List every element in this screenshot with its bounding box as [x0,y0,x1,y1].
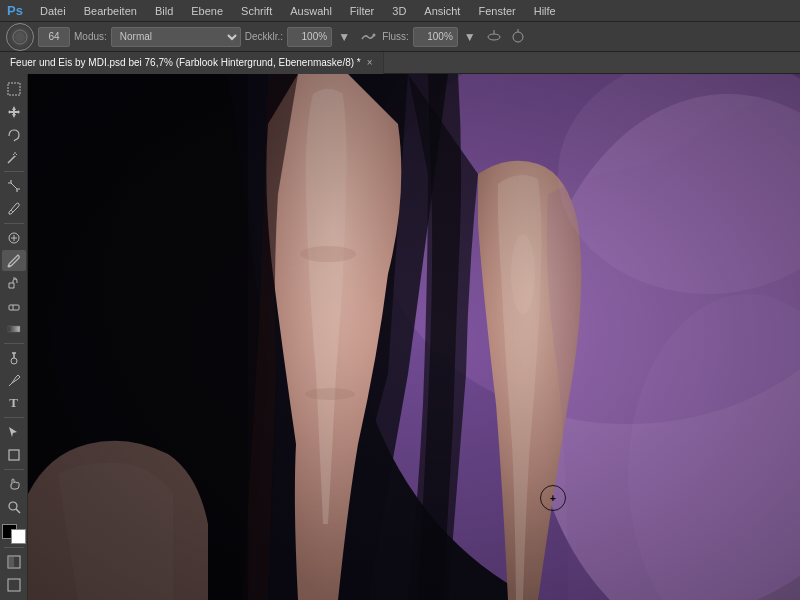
flow-input[interactable] [413,27,458,47]
options-bar: Modus: Normal Deckklr.: ▼ Fluss: ▼ [0,22,800,52]
toolbox: T [0,74,28,600]
tool-dodge[interactable] [2,347,26,369]
tool-hand[interactable] [2,473,26,495]
tool-screen-mode[interactable] [2,574,26,596]
tool-lasso[interactable] [2,124,26,146]
main-area: T [0,74,800,600]
pressure-opacity-icon[interactable] [508,27,528,47]
tool-move[interactable] [2,101,26,123]
menu-ebene[interactable]: Ebene [183,3,231,19]
svg-rect-20 [9,305,19,310]
tool-quick-mask[interactable] [2,551,26,573]
tool-brush[interactable] [2,250,26,272]
tool-spot-heal[interactable] [2,227,26,249]
document-canvas[interactable] [28,74,800,600]
menu-ansicht[interactable]: Ansicht [416,3,468,19]
canvas-area[interactable]: + [28,74,800,600]
svg-rect-22 [8,326,20,332]
svg-point-2 [373,33,376,36]
menu-schrift[interactable]: Schrift [233,3,280,19]
tab-title: Feuer und Eis by MDI.psd bei 76,7% (Farb… [10,57,361,68]
svg-point-23 [11,358,17,364]
tool-crop[interactable] [2,175,26,197]
menu-datei[interactable]: Datei [32,3,74,19]
svg-rect-27 [9,450,19,460]
brush-size-box [38,27,70,47]
modus-select[interactable]: Normal [111,27,241,47]
svg-point-5 [513,32,523,42]
svg-line-29 [16,509,20,513]
tool-divider-5 [4,469,24,470]
svg-rect-32 [8,579,20,591]
tool-text[interactable]: T [2,392,26,414]
color-swatches[interactable] [2,524,26,544]
tool-divider-3 [4,343,24,344]
svg-line-26 [9,384,11,386]
tool-zoom[interactable] [2,496,26,518]
tool-divider-4 [4,417,24,418]
tool-divider-1 [4,171,24,172]
svg-rect-44 [28,74,800,600]
pressure-size-icon[interactable] [484,27,504,47]
tool-shape[interactable] [2,444,26,466]
fluss-label: Fluss: [382,31,409,42]
airbrush-icon[interactable] [358,27,378,47]
svg-point-19 [7,264,10,267]
background-color[interactable] [11,529,26,544]
svg-point-3 [488,34,500,40]
tab-close-button[interactable]: × [367,57,373,68]
svg-rect-31 [8,556,14,568]
brush-preset-picker[interactable] [6,23,34,51]
menubar: Ps Datei Bearbeiten Bild Ebene Schrift A… [0,0,800,22]
svg-line-11 [16,154,17,155]
tool-eraser[interactable] [2,295,26,317]
menu-bild[interactable]: Bild [147,3,181,19]
svg-rect-7 [8,83,20,95]
tool-divider-6 [4,547,24,548]
tool-clone[interactable] [2,272,26,294]
svg-line-9 [8,156,15,163]
menu-filter[interactable]: Filter [342,3,382,19]
tool-eyedropper[interactable] [2,198,26,220]
tool-marquee-rect[interactable] [2,78,26,100]
svg-line-15 [11,210,13,212]
svg-point-28 [9,502,17,510]
deckkr-label: Deckklr.: [245,31,283,42]
tool-gradient[interactable] [2,318,26,340]
tab-bar: Feuer und Eis by MDI.psd bei 76,7% (Farb… [0,52,800,74]
photoshop-logo: Ps [4,2,26,20]
svg-marker-8 [8,106,20,118]
svg-line-14 [11,183,17,189]
document-tab[interactable]: Feuer und Eis by MDI.psd bei 76,7% (Farb… [0,52,384,74]
brush-size-input[interactable] [38,27,70,47]
menu-hilfe[interactable]: Hilfe [526,3,564,19]
tool-pen[interactable] [2,370,26,392]
opacity-dropdown-icon[interactable]: ▼ [334,27,354,47]
tool-magic-wand[interactable] [2,146,26,168]
tool-path-select[interactable] [2,421,26,443]
modus-label: Modus: [74,31,107,42]
svg-line-12 [13,154,14,155]
svg-point-1 [15,32,25,42]
tool-divider-2 [4,223,24,224]
menu-auswahl[interactable]: Auswahl [282,3,340,19]
flow-dropdown-icon[interactable]: ▼ [460,27,480,47]
menu-bearbeiten[interactable]: Bearbeiten [76,3,145,19]
opacity-input[interactable] [287,27,332,47]
menu-fenster[interactable]: Fenster [470,3,523,19]
menu-3d[interactable]: 3D [384,3,414,19]
